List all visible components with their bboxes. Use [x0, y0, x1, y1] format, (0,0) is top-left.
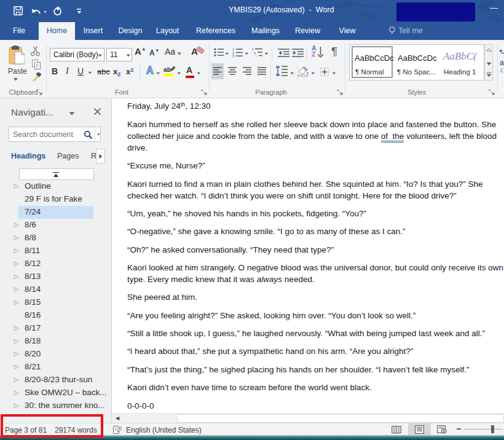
svg-text:3: 3 — [232, 54, 234, 57]
svg-text:A: A — [191, 46, 198, 57]
svg-text:i: i — [256, 54, 256, 57]
svg-text:ab: ab — [163, 66, 171, 73]
